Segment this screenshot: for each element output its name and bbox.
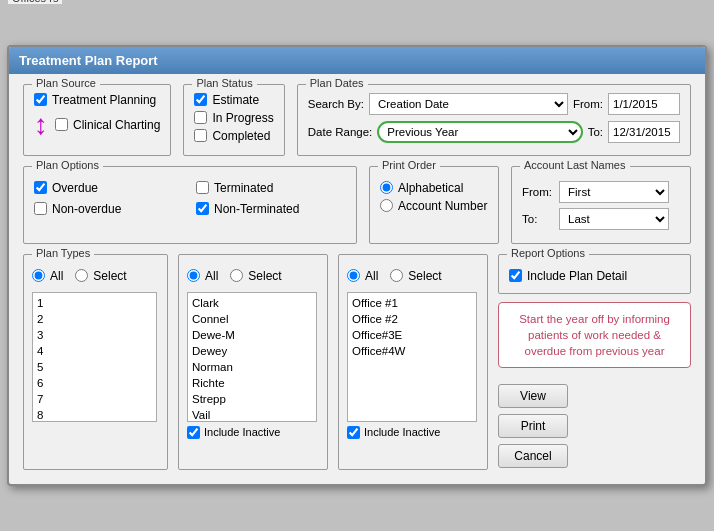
treatment-planning-row: Treatment Planning — [34, 93, 160, 107]
providers-all-label: All — [205, 269, 218, 283]
search-by-label: Search By: — [308, 98, 364, 110]
include-plan-detail-row: Include Plan Detail — [509, 269, 680, 283]
completed-checkbox[interactable] — [194, 129, 207, 142]
plan-types-label: Plan Types — [32, 247, 94, 259]
providers-all-row: All — [187, 269, 218, 283]
report-options-area: Report Options Include Plan Detail Start… — [498, 254, 691, 470]
view-button[interactable]: View — [498, 384, 568, 408]
providers-select-label: Select — [248, 269, 281, 283]
providers-include-inactive-label: Include Inactive — [204, 426, 280, 438]
non-overdue-row: Non-overdue — [34, 202, 184, 216]
providers-include-inactive-checkbox[interactable] — [187, 426, 200, 439]
list-item[interactable]: 2 — [37, 311, 152, 327]
search-by-select[interactable]: Creation Date Completion Date Last Modif… — [369, 93, 568, 115]
offices-select-row: Select — [390, 269, 441, 283]
clinical-charting-checkbox[interactable] — [55, 118, 68, 131]
offices-listbox[interactable]: Office #1 Office #2 Office#3E Office#4W — [347, 292, 477, 422]
acct-from-label: From: — [522, 186, 554, 198]
acct-to-label: To: — [522, 213, 554, 225]
plan-dates-section: Plan Dates Search By: Creation Date Comp… — [297, 84, 691, 156]
list-item[interactable]: Office#4W — [352, 343, 472, 359]
acct-from-select[interactable]: First A — [559, 181, 669, 203]
arrow-up-icon: ↕ — [34, 111, 48, 139]
plan-types-select-row: Select — [75, 269, 126, 283]
list-item[interactable]: Richte — [192, 375, 312, 391]
offices-all-label: All — [365, 269, 378, 283]
date-range-select[interactable]: Previous Year This Year Custom — [377, 121, 582, 143]
list-item[interactable]: Norman — [192, 359, 312, 375]
terminated-label: Terminated — [214, 181, 273, 195]
clinical-charting-label: Clinical Charting — [73, 118, 160, 132]
treatment-planning-checkbox[interactable] — [34, 93, 47, 106]
plan-options-section: Plan Options Overdue Terminated Non-over… — [23, 166, 357, 244]
print-order-section: Print Order Alphabetical Account Number — [369, 166, 499, 244]
from-input[interactable] — [608, 93, 680, 115]
offices-label: Offices — [8, 0, 50, 4]
in-progress-row: In Progress — [194, 111, 273, 125]
in-progress-label: In Progress — [212, 111, 273, 125]
treatment-planning-label: Treatment Planning — [52, 93, 156, 107]
list-item[interactable]: 3 — [37, 327, 152, 343]
list-item[interactable]: Clark — [192, 295, 312, 311]
plan-types-select-radio[interactable] — [75, 269, 88, 282]
providers-section: Providers All Select Clark Connel Dewe-M — [178, 254, 328, 470]
account-number-label: Account Number — [398, 199, 487, 213]
in-progress-checkbox[interactable] — [194, 111, 207, 124]
list-item[interactable]: 1 — [37, 295, 152, 311]
dialog-title: Treatment Plan Report — [19, 53, 158, 68]
plan-status-section: Plan Status Estimate In Progress Complet… — [183, 84, 284, 156]
non-terminated-checkbox[interactable] — [196, 202, 209, 215]
overdue-checkbox[interactable] — [34, 181, 47, 194]
list-item[interactable]: 4 — [37, 343, 152, 359]
providers-select-radio[interactable] — [230, 269, 243, 282]
providers-include-inactive-row: Include Inactive — [187, 426, 319, 439]
list-item[interactable]: Office#3E — [352, 327, 472, 343]
to-input[interactable] — [608, 121, 680, 143]
plan-types-listbox[interactable]: 1 2 3 4 5 6 7 8 9 10 11 12 13 14 15 — [32, 292, 157, 422]
providers-listbox[interactable]: Clark Connel Dewe-M Dewey Norman Richte … — [187, 292, 317, 422]
treatment-plan-report-dialog: Treatment Plan Report Plan Source Treatm… — [7, 45, 707, 486]
non-overdue-checkbox[interactable] — [34, 202, 47, 215]
print-button[interactable]: Print — [498, 414, 568, 438]
list-item[interactable]: 7 — [37, 391, 152, 407]
button-column: View Print Cancel — [498, 384, 691, 470]
plan-types-all-label: All — [50, 269, 63, 283]
list-item[interactable]: Office #2 — [352, 311, 472, 327]
alphabetical-row: Alphabetical — [380, 181, 488, 195]
include-plan-detail-label: Include Plan Detail — [527, 269, 627, 283]
clinical-charting-row: ↕ Clinical Charting — [34, 111, 160, 139]
providers-all-radio[interactable] — [187, 269, 200, 282]
list-item[interactable]: Connel — [192, 311, 312, 327]
alphabetical-radio[interactable] — [380, 181, 393, 194]
completed-row: Completed — [194, 129, 273, 143]
include-plan-detail-checkbox[interactable] — [509, 269, 522, 282]
list-item[interactable]: Strepp — [192, 391, 312, 407]
plan-source-section: Plan Source Treatment Planning ↕ Clinica… — [23, 84, 171, 156]
list-item[interactable]: Office #1 — [352, 295, 472, 311]
estimate-checkbox[interactable] — [194, 93, 207, 106]
account-last-names-label: Account Last Names — [520, 159, 630, 171]
terminated-checkbox[interactable] — [196, 181, 209, 194]
offices-include-inactive-label: Include Inactive — [364, 426, 440, 438]
list-item[interactable]: 5 — [37, 359, 152, 375]
estimate-row: Estimate — [194, 93, 273, 107]
list-item[interactable]: 6 — [37, 375, 152, 391]
estimate-label: Estimate — [212, 93, 259, 107]
report-options-section: Report Options Include Plan Detail — [498, 254, 691, 294]
list-item[interactable]: Dewey — [192, 343, 312, 359]
offices-include-inactive-checkbox[interactable] — [347, 426, 360, 439]
cancel-button[interactable]: Cancel — [498, 444, 568, 468]
account-number-radio[interactable] — [380, 199, 393, 212]
offices-select-radio[interactable] — [390, 269, 403, 282]
offices-select-label: Select — [408, 269, 441, 283]
list-item[interactable]: Vail — [192, 407, 312, 422]
offices-all-radio[interactable] — [347, 269, 360, 282]
acct-to-select[interactable]: Last Z — [559, 208, 669, 230]
plan-types-all-radio[interactable] — [32, 269, 45, 282]
plan-options-label: Plan Options — [32, 159, 103, 171]
offices-all-row: All — [347, 269, 378, 283]
list-item[interactable]: 8 — [37, 407, 152, 422]
overdue-label: Overdue — [52, 181, 98, 195]
report-options-label: Report Options — [507, 247, 589, 259]
list-item[interactable]: Dewe-M — [192, 327, 312, 343]
